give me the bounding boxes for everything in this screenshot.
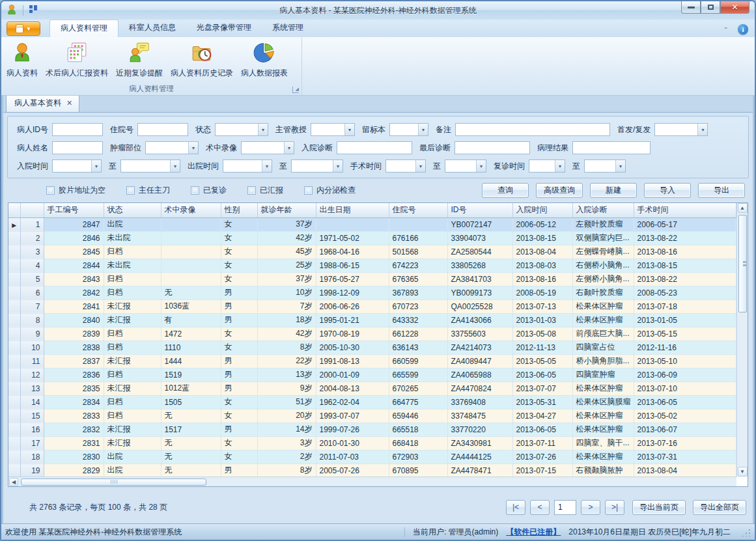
ribbon-button-postop-report[interactable]: 术后病人汇报资料	[42, 40, 112, 81]
table-row[interactable]: ▶12847出院女37岁YB00721472006-05-12左额叶胶质瘤200…	[8, 217, 736, 231]
surgery-time-from-dropdown[interactable]: ▼	[385, 160, 426, 173]
table-row[interactable]: 192829出院无男8岁2005-07-26670895ZA4478471201…	[8, 464, 736, 477]
column-header[interactable]	[8, 203, 20, 217]
checkbox-box-icon[interactable]	[304, 186, 313, 195]
table-row[interactable]: 92839归档1472女42岁1970-08-19661228337556032…	[8, 327, 736, 340]
discharge-time-from-dropdown[interactable]: ▼	[223, 160, 272, 173]
column-header[interactable]: 住院号	[389, 203, 447, 217]
table-row[interactable]: 62842归档无男10岁1998-12-09367893YB0099173200…	[8, 286, 736, 299]
column-header[interactable]: 手术时间	[634, 203, 736, 217]
checkbox-revisited[interactable]: 已复诊	[191, 185, 227, 196]
scroll-up-icon[interactable]: ▲	[738, 203, 748, 213]
ribbon-button-patient-data[interactable]: 病人资料	[3, 40, 42, 81]
column-header[interactable]: 手工编号	[44, 203, 104, 217]
row-selector-cell[interactable]	[8, 450, 20, 464]
table-row[interactable]: 172831未汇报无女3岁2010-01-30668418ZA343098120…	[8, 436, 736, 450]
surgery-video-dropdown[interactable]: ▼	[241, 141, 294, 154]
table-row[interactable]: 52843归档女37岁1976-05-27676365ZA38417032013…	[8, 272, 736, 286]
patient-id-input[interactable]	[52, 123, 103, 136]
revisit-time-from-dropdown[interactable]: ▼	[529, 160, 565, 173]
new-button[interactable]: 新建	[590, 183, 637, 198]
column-header[interactable]	[20, 203, 44, 217]
column-header[interactable]: 出生日期	[316, 203, 389, 217]
row-selector-cell[interactable]	[8, 368, 20, 381]
close-button[interactable]: ✕	[720, 1, 749, 14]
table-row[interactable]: 122836归档1519男13岁2000-01-09665599ZA406598…	[8, 368, 736, 381]
row-selector-cell[interactable]	[8, 258, 20, 272]
admit-time-to-dropdown[interactable]: ▼	[120, 160, 180, 173]
admission-diagnosis-input[interactable]	[337, 141, 412, 154]
prev-page-button[interactable]: <	[530, 500, 550, 515]
tab-dept-staff-info[interactable]: 科室人员信息	[119, 20, 186, 37]
column-header[interactable]: 入院诊断	[572, 203, 634, 217]
row-selector-cell[interactable]	[8, 354, 20, 368]
horizontal-scroll-thumb[interactable]	[21, 479, 206, 486]
collapse-ribbon-icon[interactable]: ⌃	[723, 27, 729, 33]
maximize-button[interactable]	[701, 1, 720, 14]
next-page-button[interactable]: >	[581, 500, 600, 515]
table-row[interactable]: 132835未汇报1012蓝男9岁2004-08-13670265ZA44708…	[8, 381, 736, 395]
specimen-dropdown[interactable]: ▼	[389, 123, 428, 136]
advanced-query-button[interactable]: 高级查询	[536, 183, 583, 198]
row-selector-cell[interactable]	[8, 299, 20, 313]
row-selector-cell[interactable]	[8, 409, 20, 423]
checkbox-box-icon[interactable]	[46, 186, 55, 195]
doc-tab-patient-basic-info[interactable]: 病人基本资料 ✕	[6, 96, 79, 112]
patient-name-input[interactable]	[52, 141, 103, 154]
inpatient-no-input[interactable]	[137, 123, 188, 136]
row-selector-cell[interactable]	[8, 272, 20, 286]
revisit-time-to-dropdown[interactable]: ▼	[584, 160, 626, 173]
ribbon-button-data-report[interactable]: 病人数据报表	[237, 40, 292, 81]
scroll-down-icon[interactable]: ▼	[738, 467, 748, 477]
row-selector-cell[interactable]	[8, 231, 20, 245]
last-page-button[interactable]: >|	[605, 500, 624, 515]
discharge-time-to-dropdown[interactable]: ▼	[291, 160, 343, 173]
row-selector-cell[interactable]	[8, 313, 20, 327]
checkbox-endocrine-exam[interactable]: 内分泌检查	[304, 185, 356, 196]
row-selector-cell[interactable]	[8, 340, 20, 354]
row-selector-cell[interactable]	[8, 245, 20, 258]
surgery-time-to-dropdown[interactable]: ▼	[445, 160, 486, 173]
horizontal-scrollbar[interactable]: ◀	[8, 477, 736, 486]
checkbox-box-icon[interactable]	[191, 186, 199, 195]
tab-disc-tape-management[interactable]: 光盘录像带管理	[186, 20, 262, 37]
first-or-recurrent-dropdown[interactable]: ▼	[654, 123, 708, 136]
table-row[interactable]: 162832未汇报1517男14岁1999-07-266655183377022…	[8, 423, 736, 436]
doc-tab-close-icon[interactable]: ✕	[66, 99, 72, 107]
query-button[interactable]: 查询	[482, 183, 529, 198]
import-button[interactable]: 导入	[644, 183, 691, 198]
row-selector-cell[interactable]	[8, 381, 20, 395]
table-row[interactable]: 42844未出院女25岁1988-06-15674223338052682013…	[8, 258, 736, 272]
row-selector-cell[interactable]	[8, 327, 20, 340]
table-row[interactable]: 152833归档无女20岁1993-07-0765944633748475201…	[8, 409, 736, 423]
vertical-scroll-thumb[interactable]	[738, 215, 747, 312]
export-all-pages-button[interactable]: 导出全部页	[693, 500, 746, 515]
resize-grip[interactable]	[742, 528, 751, 536]
row-selector-cell[interactable]: ▶	[8, 217, 20, 231]
checkbox-reported[interactable]: 已汇报	[247, 185, 283, 196]
column-header[interactable]: ID号	[447, 203, 512, 217]
status-dropdown[interactable]: ▼	[215, 123, 268, 136]
table-row[interactable]: 72841未汇报1036蓝男7岁2006-06-26670723QA002552…	[8, 299, 736, 313]
column-header[interactable]: 就诊年龄	[257, 203, 316, 217]
admit-time-from-dropdown[interactable]: ▼	[52, 160, 102, 173]
table-row[interactable]: 142834归档1505女51岁1962-02-0466477533769408…	[8, 395, 736, 409]
export-button[interactable]: 导出	[698, 183, 745, 198]
remarks-input[interactable]	[455, 123, 610, 136]
scroll-left-icon[interactable]: ◀	[9, 478, 18, 486]
chief-professor-dropdown[interactable]: ▼	[311, 123, 355, 136]
row-selector-cell[interactable]	[8, 286, 20, 299]
quick-access-layout-icon[interactable]	[29, 5, 38, 16]
row-selector-cell[interactable]	[8, 464, 20, 477]
vertical-scrollbar[interactable]: ▲ ▼	[736, 203, 748, 477]
table-row[interactable]: 32845归档女45岁1968-04-16501568ZA25805442013…	[8, 245, 736, 258]
final-diagnosis-input[interactable]	[455, 141, 530, 154]
tumor-site-dropdown[interactable]: ▼	[145, 141, 199, 154]
tab-patient-data-management[interactable]: 病人资料管理	[49, 20, 119, 37]
ribbon-button-history[interactable]: 病人资料历史记录	[167, 40, 237, 81]
row-selector-cell[interactable]	[8, 423, 20, 436]
table-row[interactable]: 182830出院无女2岁2011-07-03672903ZA4444125201…	[8, 450, 736, 464]
app-logo-icon[interactable]	[6, 4, 18, 18]
row-selector-cell[interactable]	[8, 436, 20, 450]
table-row[interactable]: 82840未汇报有男18岁1995-01-21643332ZA414306620…	[8, 313, 736, 327]
